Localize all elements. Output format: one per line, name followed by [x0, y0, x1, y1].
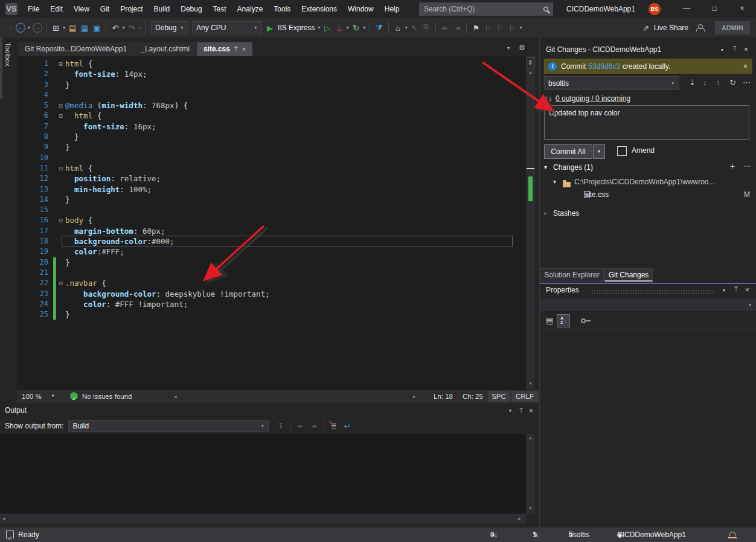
scroll-up-arrow[interactable]: ▴: [526, 69, 535, 75]
code-text-area[interactable]: 1⊟html {2 font-size: 14px;3}45⊟@media (m…: [17, 56, 526, 390]
amend-checkbox[interactable]: [617, 146, 627, 156]
editor-vertical-scrollbar[interactable]: [526, 56, 535, 390]
live-share-button[interactable]: Live Share: [654, 24, 688, 32]
hscroll-right-arrow[interactable]: ▸: [413, 390, 416, 403]
properties-close-icon[interactable]: ×: [745, 286, 749, 294]
categorized-view-button[interactable]: ▤: [546, 316, 553, 325]
menu-item-tools[interactable]: Tools: [268, 0, 296, 18]
bookmark-dropdown[interactable]: ▾: [519, 25, 522, 30]
changes-expander[interactable]: ▾: [544, 164, 547, 170]
properties-dropdown-icon[interactable]: ▾: [723, 288, 725, 293]
commit-message-input[interactable]: Updated top nav color: [544, 105, 749, 140]
code-line[interactable]: 12 position: relative;: [17, 173, 526, 184]
code-line[interactable]: 17 margin-bottom: 60px;: [17, 226, 526, 236]
hscroll-left-arrow[interactable]: ◂: [174, 390, 177, 403]
word-wrap-button[interactable]: ↩: [344, 422, 350, 430]
changes-more-icon[interactable]: ⋯: [743, 162, 751, 170]
folder-expander[interactable]: ▾: [553, 178, 556, 185]
undo-dropdown[interactable]: ▾: [123, 25, 125, 30]
feedback-person-icon[interactable]: [696, 24, 704, 31]
menu-item-help[interactable]: Help: [379, 0, 405, 18]
account-avatar[interactable]: BS: [649, 3, 661, 15]
properties-object-select[interactable]: ▾: [540, 298, 756, 311]
menu-item-build[interactable]: Build: [149, 0, 176, 18]
sync-active-document-button[interactable]: ⌂: [392, 21, 403, 34]
scroll-down-arrow[interactable]: ▾: [526, 381, 535, 386]
undo-button[interactable]: ↶: [110, 21, 121, 34]
code-line[interactable]: 4: [17, 90, 526, 100]
line-ending-button[interactable]: CRLF: [511, 391, 538, 402]
commit-hash-link[interactable]: 53d9d6c3: [588, 62, 620, 71]
output-pin-icon[interactable]: ⍑: [519, 407, 523, 415]
tab-site-css[interactable]: site.css⍑×: [197, 42, 252, 56]
space-mode-button[interactable]: SPC: [488, 391, 510, 402]
code-line[interactable]: 3}: [17, 80, 526, 90]
zoom-dropdown-icon[interactable]: ▾: [52, 389, 54, 402]
commit-all-dropdown[interactable]: ▾: [593, 144, 605, 159]
properties-pin-icon[interactable]: ⍑: [734, 286, 738, 293]
stashes-header[interactable]: Stashes: [553, 209, 579, 218]
navigate-back-button[interactable]: ←: [15, 21, 26, 34]
menu-item-view[interactable]: View: [68, 0, 95, 18]
toolbox-sidebar-tab[interactable]: Toolbox: [4, 42, 11, 66]
push-button[interactable]: ↑: [716, 78, 720, 87]
outgoing-incoming-link[interactable]: 0 outgoing / 0 incoming: [556, 94, 630, 103]
git-more-actions-button[interactable]: ⋯: [743, 78, 751, 87]
document-list-dropdown[interactable]: ▾: [507, 45, 510, 51]
tab-git-reposito-ddemowebapp1[interactable]: Git Reposito...DDemoWebApp1: [18, 42, 133, 56]
code-line[interactable]: 11⊟html {: [17, 163, 526, 173]
changed-file-name[interactable]: site.css: [585, 190, 609, 199]
commit-all-button[interactable]: Commit All: [544, 144, 592, 159]
bookmark-button[interactable]: ⚑: [470, 21, 481, 34]
admin-button[interactable]: ADMIN: [715, 21, 750, 34]
tab--layout-cshtml[interactable]: _Layout.cshtml: [134, 42, 196, 56]
code-line[interactable]: 22⊟.navbar {: [17, 278, 526, 288]
restart-dropdown[interactable]: ▾: [363, 25, 365, 30]
changes-header[interactable]: Changes (1): [553, 163, 593, 172]
menu-item-debug[interactable]: Debug: [175, 0, 207, 18]
menu-item-analyze[interactable]: Analyze: [232, 0, 269, 18]
code-line[interactable]: 8 }: [17, 132, 526, 142]
code-line[interactable]: 10: [17, 153, 526, 163]
code-line[interactable]: 21: [17, 268, 526, 278]
code-line[interactable]: 24 color: #FFF !important;: [17, 299, 526, 309]
new-project-button[interactable]: ⊞: [51, 21, 62, 34]
start-debug-dropdown[interactable]: ▾: [318, 25, 320, 30]
editor-split-handle[interactable]: ⇕: [526, 57, 535, 68]
issues-status[interactable]: No issues found: [82, 390, 132, 403]
branch-select[interactable]: bsoltis▾: [544, 76, 679, 90]
start-debug-button[interactable]: IIS Express: [278, 24, 315, 32]
fold-marker-icon[interactable]: ⊟: [57, 215, 65, 225]
panel-tab-solution-explorer[interactable]: Solution Explorer: [540, 268, 604, 282]
menu-item-project[interactable]: Project: [115, 0, 148, 18]
menu-item-file[interactable]: File: [22, 0, 45, 18]
code-line[interactable]: 16⊟body {: [17, 215, 526, 225]
zoom-level-select[interactable]: 100 %: [22, 390, 42, 403]
tab-pin-icon[interactable]: ⍑: [234, 42, 238, 56]
code-line[interactable]: 6⊟ html {: [17, 111, 526, 121]
fold-marker-icon[interactable]: ⊟: [57, 59, 65, 69]
git-changes-close-icon[interactable]: ×: [744, 45, 748, 54]
background-tasks-icon[interactable]: ✓: [6, 531, 14, 538]
navigate-back-dropdown[interactable]: ▾: [28, 25, 30, 30]
git-changes-dropdown-icon[interactable]: ▾: [721, 47, 723, 53]
code-line[interactable]: 1⊟html {: [17, 59, 526, 69]
menu-item-test[interactable]: Test: [208, 0, 232, 18]
menu-item-window[interactable]: Window: [342, 0, 379, 18]
menu-item-git[interactable]: Git: [95, 0, 115, 18]
code-line[interactable]: 14}: [17, 195, 526, 205]
code-line[interactable]: 19 color:#FFF;: [17, 247, 526, 257]
save-button[interactable]: ▦: [79, 21, 90, 34]
code-line[interactable]: 9}: [17, 142, 526, 152]
save-all-button[interactable]: ▣: [91, 21, 102, 34]
resize-grip[interactable]: ⋰: [748, 527, 754, 542]
stage-all-plus-icon[interactable]: +: [730, 161, 735, 171]
fold-marker-icon[interactable]: ⊟: [57, 111, 65, 121]
output-dropdown-icon[interactable]: ▾: [509, 408, 511, 413]
find-in-files-button[interactable]: ⧩: [374, 21, 385, 34]
search-input[interactable]: Search (Ctrl+Q): [419, 2, 553, 16]
sync-dropdown[interactable]: ▾: [405, 25, 408, 30]
output-horizontal-scrollbar[interactable]: ◂ ▸: [0, 514, 526, 523]
info-close-icon[interactable]: ×: [743, 62, 748, 71]
code-line[interactable]: 25}: [17, 309, 526, 320]
